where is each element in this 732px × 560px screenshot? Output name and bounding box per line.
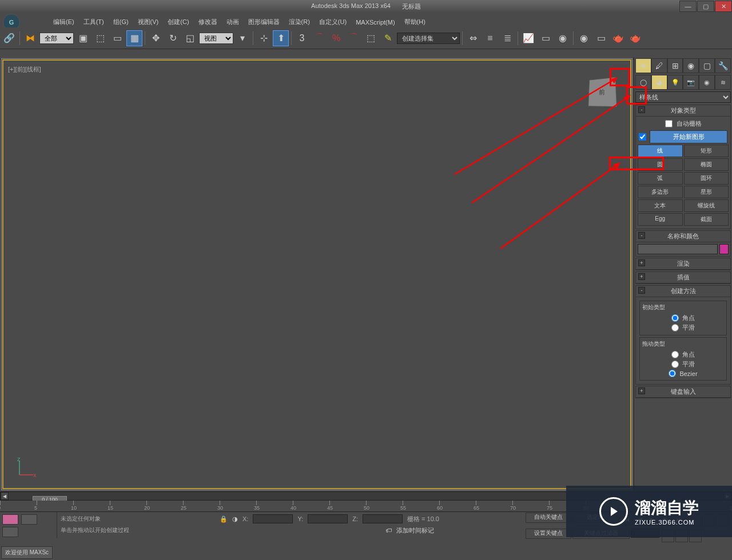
drag-corner-radio[interactable] xyxy=(671,351,679,358)
material-editor-icon[interactable]: ◉ xyxy=(555,30,571,46)
add-time-tag[interactable]: 添加时间标记 xyxy=(396,526,434,535)
object-color-swatch[interactable] xyxy=(719,244,729,254)
star-button[interactable]: 星形 xyxy=(684,186,729,198)
donut-button[interactable]: 圆环 xyxy=(684,172,729,185)
shapes-subtab[interactable]: ◕ xyxy=(651,75,667,90)
select-object-icon[interactable]: ▣ xyxy=(75,30,91,46)
selection-filter-dropdown[interactable]: 全部 xyxy=(39,33,74,44)
menu-group[interactable]: 组(G) xyxy=(109,17,133,27)
render-production-icon[interactable]: 🫖 xyxy=(610,30,626,46)
tag-icon[interactable]: 🏷 xyxy=(385,527,392,534)
spacewarps-subtab[interactable]: ≋ xyxy=(715,75,731,90)
utilities-tab[interactable]: 🔧 xyxy=(715,58,731,73)
align-icon[interactable]: ≡ xyxy=(482,30,498,46)
menu-custom[interactable]: 自定义(U) xyxy=(315,17,351,27)
render-rollout[interactable]: +渲染 xyxy=(635,258,731,270)
geometry-subtab[interactable]: ◯ xyxy=(635,75,651,90)
isolate-icon[interactable]: ◑ xyxy=(232,515,238,523)
edit-selection-icon[interactable]: ⬚ xyxy=(363,30,379,46)
welcome-tab[interactable]: 欢迎使用 MAXSc xyxy=(1,546,53,559)
start-new-shape-button[interactable]: 开始新图形 xyxy=(650,130,727,143)
scale-icon[interactable]: ◱ xyxy=(182,30,198,46)
render-iterate-icon[interactable]: 🫖 xyxy=(627,30,643,46)
select-name-icon[interactable]: ⬚ xyxy=(92,30,108,46)
select-window-icon[interactable]: ▦ xyxy=(126,30,142,46)
auto-key-button[interactable]: 自动关键点 xyxy=(526,513,571,523)
interpolation-rollout[interactable]: +插值 xyxy=(635,271,731,284)
keyboard-entry-rollout[interactable]: +键盘输入 xyxy=(635,386,731,398)
move-icon[interactable]: ✥ xyxy=(148,30,164,46)
curve-editor-icon[interactable]: 📈 xyxy=(520,30,536,46)
auto-grid-checkbox[interactable] xyxy=(665,120,673,127)
helpers-subtab[interactable]: ◉ xyxy=(699,75,715,90)
viewcube[interactable]: 前 xyxy=(588,77,617,107)
snap-toggle-icon[interactable]: 3 xyxy=(294,30,310,46)
ellipse-button[interactable]: 椭圆 xyxy=(684,158,729,171)
status-button[interactable] xyxy=(2,527,18,537)
viewport-label[interactable]: [+][前][线框] xyxy=(8,65,41,74)
rectangle-button[interactable]: 矩形 xyxy=(684,145,729,157)
menu-help[interactable]: 帮助(H) xyxy=(400,17,430,27)
menu-create[interactable]: 创建(C) xyxy=(163,17,193,27)
category-dropdown[interactable]: 样条线 xyxy=(635,91,731,103)
minimize-button[interactable]: — xyxy=(679,1,697,12)
lights-subtab[interactable]: 💡 xyxy=(667,75,683,90)
modify-tab[interactable]: 🖊 xyxy=(651,58,667,73)
rollout-toggle-icon[interactable]: + xyxy=(638,387,645,394)
angle-snap-icon[interactable]: ⌒ xyxy=(311,30,327,46)
menu-render[interactable]: 渲染(R) xyxy=(284,17,315,27)
menu-graph[interactable]: 图形编辑器 xyxy=(244,17,284,27)
rollout-toggle-icon[interactable]: - xyxy=(638,106,645,113)
layer-icon[interactable]: ≣ xyxy=(499,30,515,46)
start-new-checkbox[interactable] xyxy=(639,133,646,141)
rollout-toggle-icon[interactable]: + xyxy=(638,259,645,266)
line-button[interactable]: 线 xyxy=(638,145,683,157)
circle-button[interactable]: 圆 xyxy=(638,158,683,171)
display-tab[interactable]: ▢ xyxy=(699,58,715,73)
rollout-toggle-icon[interactable]: - xyxy=(638,287,645,294)
lock-icon[interactable]: 🔒 xyxy=(220,515,228,523)
menu-view[interactable]: 视图(V) xyxy=(133,17,164,27)
percent-snap-icon[interactable]: % xyxy=(328,30,344,46)
status-button[interactable] xyxy=(21,514,37,525)
keyboard-shortcut-icon[interactable]: ⬆ xyxy=(273,30,289,46)
drag-smooth-radio[interactable] xyxy=(671,361,679,368)
ref-coord-dropdown[interactable]: 视图 xyxy=(199,33,233,44)
menu-tools[interactable]: 工具(T) xyxy=(79,17,109,27)
timeline-left-arrow-icon[interactable]: ◀ xyxy=(1,492,9,500)
named-selection-dropdown[interactable]: 创建选择集 xyxy=(397,33,460,44)
close-button[interactable]: ✕ xyxy=(715,1,732,12)
menu-edit[interactable]: 编辑(E) xyxy=(49,17,79,27)
cameras-subtab[interactable]: 📷 xyxy=(683,75,699,90)
text-button[interactable]: 文本 xyxy=(638,199,683,212)
mirror-icon[interactable]: ⇔ xyxy=(465,30,481,46)
unlink-icon[interactable]: ⧓ xyxy=(22,30,38,46)
section-button[interactable]: 截面 xyxy=(684,213,729,226)
create-tab[interactable]: ✳ xyxy=(635,58,651,73)
initial-corner-radio[interactable] xyxy=(671,314,679,322)
y-coord-input[interactable] xyxy=(308,514,348,523)
menu-modifiers[interactable]: 修改器 xyxy=(194,17,222,27)
x-coord-input[interactable] xyxy=(253,514,293,523)
maximize-button[interactable]: ▢ xyxy=(697,1,714,12)
set-key-button[interactable]: 设置关键点 xyxy=(526,529,571,539)
initial-smooth-radio[interactable] xyxy=(671,324,679,331)
hierarchy-tab[interactable]: ⊞ xyxy=(667,58,683,73)
rotate-icon[interactable]: ↻ xyxy=(165,30,181,46)
helix-button[interactable]: 螺旋线 xyxy=(684,199,729,212)
arc-button[interactable]: 弧 xyxy=(638,172,683,185)
schematic-icon[interactable]: ▭ xyxy=(538,30,554,46)
rollout-toggle-icon[interactable]: - xyxy=(638,232,645,239)
ngon-button[interactable]: 多边形 xyxy=(638,186,683,198)
spinner-snap-icon[interactable]: ⌒ xyxy=(345,30,361,46)
pivot-icon[interactable]: ▾ xyxy=(234,30,250,46)
menu-animation[interactable]: 动画 xyxy=(222,17,244,27)
z-coord-input[interactable] xyxy=(363,514,403,523)
status-mode-button[interactable] xyxy=(2,514,18,525)
egg-button[interactable]: Egg xyxy=(638,213,683,226)
link-icon[interactable]: 🔗 xyxy=(1,30,17,46)
select-rect-icon[interactable]: ▭ xyxy=(109,30,125,46)
render-frame-icon[interactable]: ▭ xyxy=(593,30,609,46)
menu-maxscript[interactable]: MAXScript(M) xyxy=(351,18,399,27)
viewport[interactable]: [+][前][线框] 前 z x xyxy=(1,58,632,490)
